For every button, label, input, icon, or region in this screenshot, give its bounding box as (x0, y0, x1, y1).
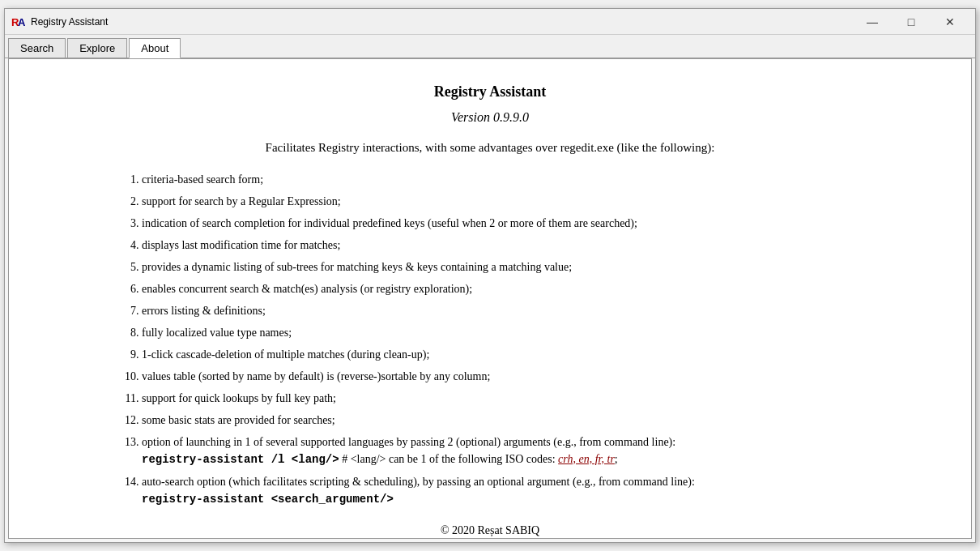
feature-list: criteria-based search form; support for … (142, 171, 854, 508)
maximize-button[interactable]: □ (893, 11, 930, 33)
list-item: indication of search completion for indi… (142, 215, 854, 232)
window-title: Registry Assistant (31, 16, 854, 28)
list-item: enables concurrent search & match(es) an… (142, 280, 854, 297)
list-item-14: auto-search option (which facilitates sc… (142, 473, 854, 508)
feature13-command: registry-assistant /l <lang/> (142, 453, 339, 466)
about-description: Facilitates Registry interactions, with … (126, 141, 854, 155)
list-item: displays last modification time for matc… (142, 237, 854, 254)
tab-bar: Search Explore About (5, 35, 975, 58)
close-button[interactable]: ✕ (931, 11, 969, 33)
list-item: values table (sorted by name by default)… (142, 368, 854, 385)
tab-search[interactable]: Search (8, 38, 66, 58)
list-item: support for quick lookups by full key pa… (142, 390, 854, 407)
minimize-button[interactable]: — (854, 11, 891, 33)
tab-about[interactable]: About (129, 38, 181, 58)
list-item: support for search by a Regular Expressi… (142, 193, 854, 210)
about-version: Version 0.9.9.0 (126, 110, 854, 125)
list-item: provides a dynamic listing of sub-trees … (142, 258, 854, 276)
list-item: some basic stats are provided for search… (142, 412, 854, 429)
feature13-codes: crh, en, fr, tr (558, 453, 615, 465)
list-item-13: option of launching in 1 of several supp… (142, 434, 854, 468)
list-item: fully localized value type names; (142, 324, 854, 341)
tab-explore[interactable]: Explore (67, 38, 127, 58)
svg-text:A: A (18, 16, 26, 28)
title-bar: R A Registry Assistant — □ ✕ (5, 9, 975, 35)
feature13-suffix: ; (615, 453, 618, 465)
about-title: Registry Assistant (126, 83, 854, 100)
feature14-command: registry-assistant <search_argument/> (142, 493, 394, 506)
app-icon: R A (11, 15, 26, 29)
feature13-extra: # <lang/> can be 1 of the following ISO … (342, 453, 558, 465)
main-window: R A Registry Assistant — □ ✕ Search Expl… (4, 8, 976, 543)
list-item: errors listing & definitions; (142, 302, 854, 319)
list-item: criteria-based search form; (142, 171, 854, 188)
content-area: Registry Assistant Version 0.9.9.0 Facil… (8, 58, 972, 539)
about-content: Registry Assistant Version 0.9.9.0 Facil… (126, 83, 854, 539)
list-item: 1-click cascade-deletion of multiple mat… (142, 346, 854, 363)
copyright: © 2020 Reșat SABIQ (126, 524, 854, 539)
window-controls: — □ ✕ (854, 11, 969, 33)
